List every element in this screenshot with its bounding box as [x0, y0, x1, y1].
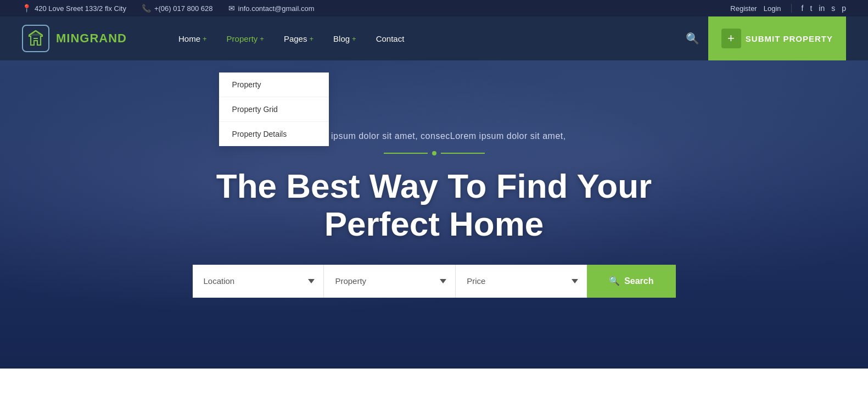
nav-actions: 🔍 + SUBMIT PROPERTY	[686, 16, 846, 60]
topbar-email: ✉ info.contact@gmail.com	[228, 4, 315, 13]
hero-title: The Best Way To Find Your Perfect Home	[22, 168, 846, 242]
topbar-divider	[791, 4, 792, 13]
nav-search-button[interactable]: 🔍	[686, 32, 699, 45]
twitter-icon[interactable]: t	[810, 4, 812, 13]
logo[interactable]: MINGRAND	[22, 25, 127, 52]
search-btn-icon: 🔍	[609, 276, 620, 286]
social-icons: f t in s p	[802, 4, 846, 13]
pages-plus-icon: +	[309, 35, 313, 43]
location-icon: 📍	[22, 4, 31, 13]
phone-icon: 📞	[142, 4, 151, 13]
nav-blog[interactable]: Blog +	[326, 29, 364, 49]
hero-subtitle: Lorem ipsum dolor sit amet, consecLorem …	[22, 131, 846, 141]
property-select[interactable]: Property House Apartment Villa Studio	[324, 265, 456, 298]
home-plus-icon: +	[203, 35, 207, 43]
nav-property[interactable]: Property +	[219, 29, 272, 49]
navbar: MINGRAND Home + Property + Property Prop…	[0, 16, 868, 60]
property-dropdown: Property Property Grid Property Details	[219, 72, 329, 146]
hero-content: Lorem ipsum dolor sit amet, consecLorem …	[0, 131, 868, 297]
topbar-address: 📍 420 Love Sreet 133/2 flx City	[22, 4, 126, 13]
topbar: 📍 420 Love Sreet 133/2 flx City 📞 +(06) …	[0, 0, 868, 16]
email-icon: ✉	[228, 4, 235, 13]
submit-property-button[interactable]: + SUBMIT PROPERTY	[708, 16, 846, 60]
pinterest-icon[interactable]: p	[842, 4, 846, 13]
divider-dot	[432, 151, 436, 155]
login-link[interactable]: Login	[764, 4, 781, 13]
nav-pages[interactable]: Pages +	[276, 29, 321, 49]
search-bar: Location New York Los Angeles Chicago Ho…	[193, 265, 676, 298]
instagram-icon[interactable]: in	[819, 4, 825, 13]
skype-icon[interactable]: s	[831, 4, 835, 13]
property-plus-icon: +	[260, 35, 264, 43]
nav-property-wrapper: Property + Property Property Grid Proper…	[219, 29, 272, 49]
register-link[interactable]: Register	[730, 4, 757, 13]
blog-plus-icon: +	[352, 35, 356, 43]
price-select[interactable]: Price $100k - $200k $200k - $500k $500k+	[456, 265, 587, 298]
dropdown-property-grid[interactable]: Property Grid	[219, 97, 329, 122]
divider-line-right	[441, 153, 485, 154]
nav-home[interactable]: Home +	[171, 29, 215, 49]
logo-text: MINGRAND	[56, 31, 127, 46]
hero-divider	[22, 151, 846, 155]
divider-line-left	[384, 153, 428, 154]
location-select[interactable]: Location New York Los Angeles Chicago Ho…	[193, 265, 324, 298]
submit-plus-icon: +	[721, 29, 741, 48]
nav-contact[interactable]: Contact	[368, 29, 412, 49]
facebook-icon[interactable]: f	[802, 4, 804, 13]
dropdown-property-details[interactable]: Property Details	[219, 122, 329, 146]
search-icon: 🔍	[686, 32, 699, 44]
topbar-right: Register Login f t in s p	[730, 4, 846, 13]
svg-rect-0	[30, 34, 41, 35]
topbar-phone: 📞 +(06) 017 800 628	[142, 4, 213, 13]
nav-links: Home + Property + Property Property Grid…	[171, 29, 686, 49]
dropdown-property[interactable]: Property	[219, 72, 329, 97]
auth-links: Register Login	[730, 4, 781, 13]
logo-icon	[22, 25, 49, 52]
hero-section: Lorem ipsum dolor sit amet, consecLorem …	[0, 60, 868, 369]
search-button[interactable]: 🔍 Search	[587, 265, 675, 298]
topbar-left: 📍 420 Love Sreet 133/2 flx City 📞 +(06) …	[22, 4, 314, 13]
